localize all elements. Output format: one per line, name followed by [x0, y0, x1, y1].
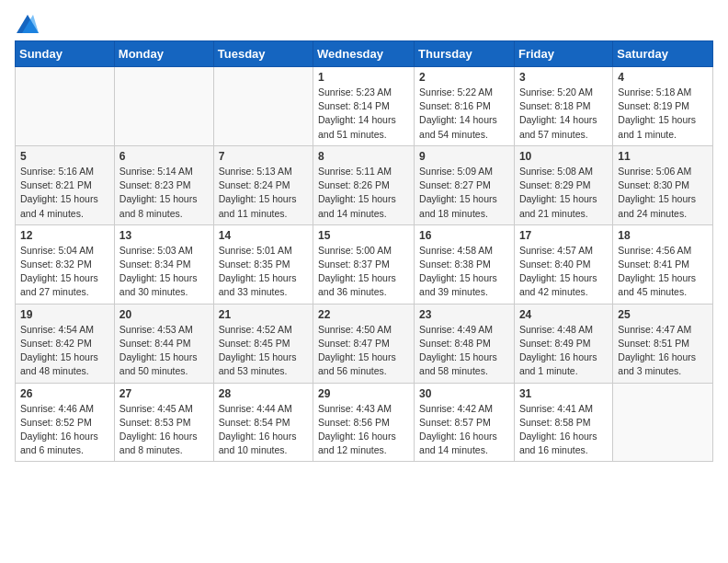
- day-number: 10: [519, 150, 608, 163]
- day-number: 24: [519, 308, 608, 321]
- day-number: 20: [119, 308, 209, 321]
- day-number: 14: [219, 229, 308, 242]
- day-info: Sunrise: 5:13 AMSunset: 8:24 PMDaylight:…: [219, 165, 308, 221]
- day-info: Sunrise: 5:11 AMSunset: 8:26 PMDaylight:…: [318, 165, 409, 221]
- day-number: 21: [219, 308, 308, 321]
- day-info: Sunrise: 4:41 AMSunset: 8:58 PMDaylight:…: [519, 402, 608, 458]
- calendar-cell: 7Sunrise: 5:13 AMSunset: 8:24 PMDaylight…: [213, 145, 313, 224]
- calendar-cell: 20Sunrise: 4:53 AMSunset: 8:44 PMDayligh…: [114, 304, 213, 383]
- day-number: 15: [318, 229, 409, 242]
- weekday-header-friday: Friday: [514, 41, 612, 67]
- calendar-table: SundayMondayTuesdayWednesdayThursdayFrid…: [15, 40, 713, 462]
- day-number: 5: [20, 150, 109, 163]
- day-info: Sunrise: 4:53 AMSunset: 8:44 PMDaylight:…: [119, 323, 209, 379]
- weekday-header-sunday: Sunday: [16, 41, 115, 67]
- calendar-cell: 13Sunrise: 5:03 AMSunset: 8:34 PMDayligh…: [114, 224, 213, 304]
- weekday-header-wednesday: Wednesday: [313, 41, 415, 67]
- day-info: Sunrise: 5:14 AMSunset: 8:23 PMDaylight:…: [119, 165, 209, 221]
- day-number: 19: [20, 308, 109, 321]
- day-info: Sunrise: 5:06 AMSunset: 8:30 PMDaylight:…: [618, 165, 708, 221]
- calendar-cell: 2Sunrise: 5:22 AMSunset: 8:16 PMDaylight…: [415, 67, 515, 146]
- day-info: Sunrise: 5:16 AMSunset: 8:21 PMDaylight:…: [20, 165, 109, 221]
- calendar-cell: [114, 67, 213, 146]
- calendar-cell: [16, 67, 115, 146]
- logo: [15, 15, 40, 33]
- day-info: Sunrise: 4:56 AMSunset: 8:41 PMDaylight:…: [618, 244, 708, 300]
- day-number: 3: [519, 71, 608, 84]
- calendar-cell: 21Sunrise: 4:52 AMSunset: 8:45 PMDayligh…: [213, 304, 313, 383]
- calendar-cell: 14Sunrise: 5:01 AMSunset: 8:35 PMDayligh…: [213, 224, 313, 304]
- calendar-cell: 5Sunrise: 5:16 AMSunset: 8:21 PMDaylight…: [16, 145, 115, 224]
- day-info: Sunrise: 5:22 AMSunset: 8:16 PMDaylight:…: [419, 86, 509, 142]
- day-info: Sunrise: 5:08 AMSunset: 8:29 PMDaylight:…: [519, 165, 608, 221]
- calendar-cell: 26Sunrise: 4:46 AMSunset: 8:52 PMDayligh…: [16, 383, 115, 462]
- day-info: Sunrise: 4:50 AMSunset: 8:47 PMDaylight:…: [318, 323, 409, 379]
- calendar-week-row: 5Sunrise: 5:16 AMSunset: 8:21 PMDaylight…: [16, 145, 713, 224]
- calendar-cell: 30Sunrise: 4:42 AMSunset: 8:57 PMDayligh…: [415, 383, 515, 462]
- day-number: 2: [419, 71, 509, 84]
- day-info: Sunrise: 4:45 AMSunset: 8:53 PMDaylight:…: [119, 402, 209, 458]
- calendar-week-row: 19Sunrise: 4:54 AMSunset: 8:42 PMDayligh…: [16, 304, 713, 383]
- day-info: Sunrise: 5:01 AMSunset: 8:35 PMDaylight:…: [219, 244, 308, 300]
- day-number: 8: [318, 150, 409, 163]
- day-number: 18: [618, 229, 708, 242]
- page-header: [15, 15, 713, 33]
- day-number: 13: [119, 229, 209, 242]
- day-number: 27: [119, 387, 209, 400]
- day-info: Sunrise: 5:20 AMSunset: 8:18 PMDaylight:…: [519, 86, 608, 142]
- calendar-cell: 3Sunrise: 5:20 AMSunset: 8:18 PMDaylight…: [514, 67, 612, 146]
- calendar-cell: 25Sunrise: 4:47 AMSunset: 8:51 PMDayligh…: [613, 304, 713, 383]
- day-number: 12: [20, 229, 109, 242]
- day-info: Sunrise: 4:44 AMSunset: 8:54 PMDaylight:…: [219, 402, 308, 458]
- day-info: Sunrise: 5:04 AMSunset: 8:32 PMDaylight:…: [20, 244, 109, 300]
- calendar-cell: 29Sunrise: 4:43 AMSunset: 8:56 PMDayligh…: [313, 383, 415, 462]
- day-info: Sunrise: 5:18 AMSunset: 8:19 PMDaylight:…: [618, 86, 708, 142]
- calendar-cell: 4Sunrise: 5:18 AMSunset: 8:19 PMDaylight…: [613, 67, 713, 146]
- calendar-cell: 18Sunrise: 4:56 AMSunset: 8:41 PMDayligh…: [613, 224, 713, 304]
- calendar-cell: 16Sunrise: 4:58 AMSunset: 8:38 PMDayligh…: [415, 224, 515, 304]
- calendar-cell: 8Sunrise: 5:11 AMSunset: 8:26 PMDaylight…: [313, 145, 415, 224]
- day-number: 1: [318, 71, 409, 84]
- day-info: Sunrise: 4:47 AMSunset: 8:51 PMDaylight:…: [618, 323, 708, 379]
- weekday-header-saturday: Saturday: [613, 41, 713, 67]
- day-number: 9: [419, 150, 509, 163]
- day-number: 31: [519, 387, 608, 400]
- calendar-cell: 9Sunrise: 5:09 AMSunset: 8:27 PMDaylight…: [415, 145, 515, 224]
- calendar-cell: 15Sunrise: 5:00 AMSunset: 8:37 PMDayligh…: [313, 224, 415, 304]
- calendar-cell: 6Sunrise: 5:14 AMSunset: 8:23 PMDaylight…: [114, 145, 213, 224]
- calendar-cell: 11Sunrise: 5:06 AMSunset: 8:30 PMDayligh…: [613, 145, 713, 224]
- day-number: 11: [618, 150, 708, 163]
- calendar-cell: [613, 383, 713, 462]
- day-info: Sunrise: 4:43 AMSunset: 8:56 PMDaylight:…: [318, 402, 409, 458]
- day-info: Sunrise: 4:49 AMSunset: 8:48 PMDaylight:…: [419, 323, 509, 379]
- day-info: Sunrise: 4:52 AMSunset: 8:45 PMDaylight:…: [219, 323, 308, 379]
- day-number: 28: [219, 387, 308, 400]
- calendar-cell: 24Sunrise: 4:48 AMSunset: 8:49 PMDayligh…: [514, 304, 612, 383]
- calendar-cell: 31Sunrise: 4:41 AMSunset: 8:58 PMDayligh…: [514, 383, 612, 462]
- calendar-week-row: 26Sunrise: 4:46 AMSunset: 8:52 PMDayligh…: [16, 383, 713, 462]
- day-info: Sunrise: 5:09 AMSunset: 8:27 PMDaylight:…: [419, 165, 509, 221]
- calendar-cell: [213, 67, 313, 146]
- calendar-week-row: 1Sunrise: 5:23 AMSunset: 8:14 PMDaylight…: [16, 67, 713, 146]
- day-number: 23: [419, 308, 509, 321]
- day-info: Sunrise: 4:57 AMSunset: 8:40 PMDaylight:…: [519, 244, 608, 300]
- weekday-header-row: SundayMondayTuesdayWednesdayThursdayFrid…: [16, 41, 713, 67]
- weekday-header-thursday: Thursday: [415, 41, 515, 67]
- day-number: 26: [20, 387, 109, 400]
- day-info: Sunrise: 4:54 AMSunset: 8:42 PMDaylight:…: [20, 323, 109, 379]
- day-info: Sunrise: 4:46 AMSunset: 8:52 PMDaylight:…: [20, 402, 109, 458]
- calendar-cell: 23Sunrise: 4:49 AMSunset: 8:48 PMDayligh…: [415, 304, 515, 383]
- logo-icon: [17, 15, 39, 33]
- day-number: 7: [219, 150, 308, 163]
- calendar-cell: 10Sunrise: 5:08 AMSunset: 8:29 PMDayligh…: [514, 145, 612, 224]
- day-number: 6: [119, 150, 209, 163]
- calendar-cell: 17Sunrise: 4:57 AMSunset: 8:40 PMDayligh…: [514, 224, 612, 304]
- day-number: 30: [419, 387, 509, 400]
- day-info: Sunrise: 4:42 AMSunset: 8:57 PMDaylight:…: [419, 402, 509, 458]
- calendar-cell: 27Sunrise: 4:45 AMSunset: 8:53 PMDayligh…: [114, 383, 213, 462]
- day-number: 17: [519, 229, 608, 242]
- day-number: 25: [618, 308, 708, 321]
- day-number: 22: [318, 308, 409, 321]
- calendar-cell: 1Sunrise: 5:23 AMSunset: 8:14 PMDaylight…: [313, 67, 415, 146]
- calendar-week-row: 12Sunrise: 5:04 AMSunset: 8:32 PMDayligh…: [16, 224, 713, 304]
